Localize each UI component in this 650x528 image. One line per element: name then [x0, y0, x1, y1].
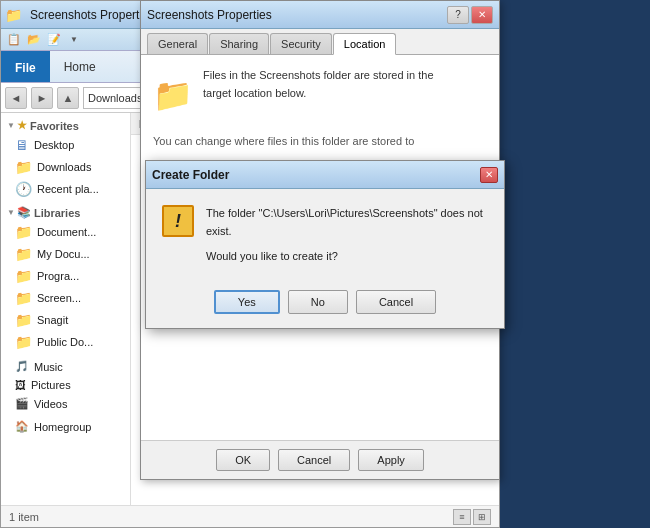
warning-icon: !	[162, 205, 194, 237]
documents-icon: 📁	[15, 224, 32, 240]
sidebar-section-homegroup: 🏠 Homegroup	[1, 417, 130, 436]
desktop-label: Desktop	[34, 139, 74, 151]
sidebar-header-libraries[interactable]: ▼ 📚 Libraries	[1, 204, 130, 221]
music-label: Music	[34, 361, 63, 373]
sidebar-section-favorites: ▼ ★ Favorites 🖥 Desktop 📁 Downloads 🕐 Re…	[1, 117, 130, 200]
cancel-dialog-button[interactable]: Cancel	[356, 290, 436, 314]
tab-sharing[interactable]: Sharing	[209, 33, 269, 54]
dialog-body: ! The folder "C:\Users\Lori\Pictures\Scr…	[146, 189, 504, 282]
sidebar-header-favorites[interactable]: ▼ ★ Favorites	[1, 117, 130, 134]
libraries-icon: 📚	[17, 206, 31, 219]
sidebar-item-desktop[interactable]: 🖥 Desktop	[1, 134, 130, 156]
apply-button[interactable]: Apply	[358, 449, 424, 471]
screenshots-icon: 📁	[15, 290, 32, 306]
sidebar-item-homegroup[interactable]: 🏠 Homegroup	[1, 417, 130, 436]
tiles-view-button[interactable]: ⊞	[473, 509, 491, 525]
sidebar-item-downloads[interactable]: 📁 Downloads	[1, 156, 130, 178]
documents-label: Document...	[37, 226, 96, 238]
pictures-label: Pictures	[31, 379, 71, 391]
downloads-label: Downloads	[37, 161, 91, 173]
location-description: Files in the Screenshots folder are stor…	[203, 67, 434, 119]
ok-button[interactable]: OK	[216, 449, 270, 471]
programs-label: Progra...	[37, 270, 79, 282]
qat-icon-3[interactable]: 📝	[45, 31, 63, 49]
forward-button[interactable]: ►	[31, 87, 53, 109]
music-icon: 🎵	[15, 360, 29, 373]
yes-button[interactable]: Yes	[214, 290, 280, 314]
details-view-button[interactable]: ≡	[453, 509, 471, 525]
view-buttons: ≡ ⊞	[453, 509, 491, 525]
sidebar-item-programs[interactable]: 📁 Progra...	[1, 265, 130, 287]
cancel-button[interactable]: Cancel	[278, 449, 350, 471]
favorites-label: Favorites	[30, 120, 79, 132]
create-folder-dialog: Create Folder ✕ ! The folder "C:\Users\L…	[145, 160, 505, 329]
dialog-title-bar: Create Folder ✕	[146, 161, 504, 189]
tab-content-inner: 📁 Files in the Screenshots folder are st…	[153, 67, 487, 119]
sidebar-item-documents[interactable]: 📁 Document...	[1, 221, 130, 243]
qat-dropdown[interactable]: ▼	[65, 31, 83, 49]
ribbon-tab-home[interactable]: Home	[50, 51, 110, 82]
title-bar-left: 📁 Screenshots Properties	[5, 7, 155, 23]
location-line1: Files in the Screenshots folder are stor…	[203, 67, 434, 85]
mydocs-label: My Docu...	[37, 248, 90, 260]
no-button[interactable]: No	[288, 290, 348, 314]
up-button[interactable]: ▲	[57, 87, 79, 109]
location-change-line1: You can change where files in this folde…	[153, 133, 487, 150]
sidebar-item-recent[interactable]: 🕐 Recent pla...	[1, 178, 130, 200]
qat-icon-2[interactable]: 📂	[25, 31, 43, 49]
tab-general[interactable]: General	[147, 33, 208, 54]
libraries-arrow: ▼	[7, 208, 15, 217]
mydocs-icon: 📁	[15, 246, 32, 262]
snagit-label: Snagit	[37, 314, 68, 326]
favorites-star-icon: ★	[17, 119, 27, 132]
back-button[interactable]: ◄	[5, 87, 27, 109]
videos-label: Videos	[34, 398, 67, 410]
sidebar-item-publicdocs[interactable]: 📁 Public Do...	[1, 331, 130, 353]
videos-icon: 🎬	[15, 397, 29, 410]
tabs-container: General Sharing Security Location	[141, 29, 499, 55]
programs-icon: 📁	[15, 268, 32, 284]
dialog-close-button[interactable]: ✕	[480, 167, 498, 183]
libraries-label: Libraries	[34, 207, 80, 219]
desktop-icon: 🖥	[15, 137, 29, 153]
props-close-button[interactable]: ✕	[471, 6, 493, 24]
sidebar-item-videos[interactable]: 🎬 Videos	[1, 394, 130, 413]
tab-security[interactable]: Security	[270, 33, 332, 54]
sidebar-item-snagit[interactable]: 📁 Snagit	[1, 309, 130, 331]
explorer-title: Screenshots Properties	[30, 8, 155, 22]
qat-icon-1[interactable]: 📋	[5, 31, 23, 49]
props-title-bar: Screenshots Properties ─ ? ✕	[141, 1, 499, 29]
dialog-text: The folder "C:\Users\Lori\Pictures\Scree…	[206, 205, 488, 266]
recent-icon: 🕐	[15, 181, 32, 197]
sidebar: ▼ ★ Favorites 🖥 Desktop 📁 Downloads 🕐 Re…	[1, 113, 131, 505]
homegroup-label: Homegroup	[34, 421, 91, 433]
sidebar-item-screenshots[interactable]: 📁 Screen...	[1, 287, 130, 309]
ribbon-tab-file[interactable]: File	[1, 51, 50, 82]
publicdocs-label: Public Do...	[37, 336, 93, 348]
status-bar: 1 item ≡ ⊞	[1, 505, 499, 527]
sidebar-item-mydocs[interactable]: 📁 My Docu...	[1, 243, 130, 265]
homegroup-icon: 🏠	[15, 420, 29, 433]
props-tb-buttons: ─ ? ✕	[447, 6, 493, 24]
dialog-message-line2: Would you like to create it?	[206, 248, 488, 266]
dialog-buttons: Yes No Cancel	[146, 282, 504, 328]
pictures-icon: 🖼	[15, 379, 26, 391]
sidebar-item-music[interactable]: 🎵 Music	[1, 357, 130, 376]
props-buttons: OK Cancel Apply	[141, 440, 499, 479]
sidebar-item-pictures[interactable]: 🖼 Pictures	[1, 376, 130, 394]
explorer-folder-icon: 📁	[5, 7, 22, 23]
large-folder-icon: 📁	[153, 71, 193, 119]
location-line2: target location below.	[203, 85, 434, 103]
sidebar-section-media: 🎵 Music 🖼 Pictures 🎬 Videos	[1, 357, 130, 413]
dialog-message-line1: The folder "C:\Users\Lori\Pictures\Scree…	[206, 205, 488, 240]
snagit-icon: 📁	[15, 312, 32, 328]
dialog-title: Create Folder	[152, 168, 229, 182]
tab-location[interactable]: Location	[333, 33, 397, 55]
status-text: 1 item	[9, 511, 39, 523]
props-help-button[interactable]: ?	[447, 6, 469, 24]
sidebar-section-libraries: ▼ 📚 Libraries 📁 Document... 📁 My Docu...…	[1, 204, 130, 353]
publicdocs-icon: 📁	[15, 334, 32, 350]
downloads-icon: 📁	[15, 159, 32, 175]
props-title: Screenshots Properties	[147, 8, 272, 22]
favorites-arrow: ▼	[7, 121, 15, 130]
